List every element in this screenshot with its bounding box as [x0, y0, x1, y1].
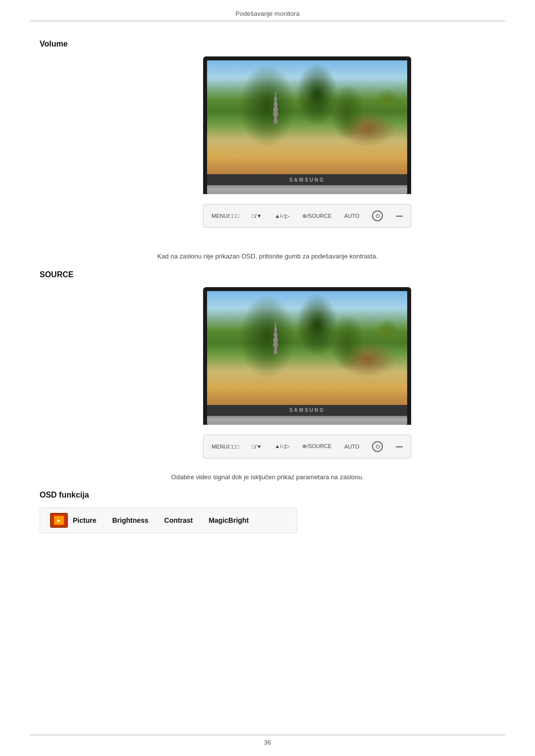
source-description: Odabire video signal dok je isključen pr…	[40, 472, 495, 482]
source-title: SOURCE	[40, 270, 495, 279]
page-number: 36	[264, 739, 271, 746]
source-monitor-block: SAMSUNG MENU/□□□ □/▼ ▲/◁▷ ⊕/SOURCE AUTO …	[119, 287, 495, 458]
osd-menu-bar: Picture Brightness Contrast MagicBright	[40, 507, 297, 533]
volume-controls-bar: MENU/□□□ □/▼ ▲/◁▷ ⊕/SOURCE AUTO ⏻ —	[203, 204, 411, 228]
osd-magicbright-label: MagicBright	[209, 516, 249, 524]
osd-contrast-label: Contrast	[164, 516, 193, 524]
source-brand-text: SAMSUNG	[289, 407, 325, 413]
osd-section: OSD funkcija Picture Brightness Contrast…	[40, 491, 495, 533]
volume-monitor-frame: SAMSUNG	[203, 56, 411, 194]
bottom-rule	[30, 735, 505, 735]
source-stand-bar	[207, 416, 407, 425]
osd-picture-item: Picture	[50, 513, 96, 528]
picture-icon-inner	[54, 516, 64, 525]
source-boxv-btn[interactable]: □/▼	[252, 444, 262, 450]
osd-title: OSD funkcija	[40, 491, 495, 500]
source-brand-bar: SAMSUNG	[207, 405, 407, 416]
page-header: Podešavanje monitora	[0, 10, 535, 17]
volume-boxv-btn[interactable]: □/▼	[252, 213, 262, 219]
osd-picture-label: Picture	[73, 516, 96, 524]
source-monitor-screen	[207, 291, 407, 405]
volume-brand-text: SAMSUNG	[289, 177, 325, 183]
source-menu-btn[interactable]: MENU/□□□	[212, 444, 239, 450]
volume-stand-bar	[207, 185, 407, 194]
source-section: Kad na zaslonu nije prikazan OSD, pritis…	[40, 252, 495, 482]
source-auto-btn[interactable]: AUTO	[344, 444, 359, 450]
source-power-btn[interactable]: ⏻	[372, 441, 383, 452]
volume-triangle-btn[interactable]: ▲/◁▷	[274, 213, 289, 219]
header-title: Podešavanje monitora	[235, 10, 299, 17]
source-dash: —	[396, 443, 403, 451]
volume-auto-btn[interactable]: AUTO	[344, 213, 359, 219]
volume-monitor-block: SAMSUNG MENU/□□□ □/▼ ▲/◁▷ ⊕/SOURCE AUTO …	[119, 56, 495, 228]
top-rule	[30, 21, 505, 21]
volume-menu-btn[interactable]: MENU/□□□	[212, 213, 239, 219]
volume-title: Volume	[40, 40, 495, 49]
volume-dash: —	[396, 212, 403, 220]
osd-brightness-label: Brightness	[112, 516, 148, 524]
source-triangle-btn[interactable]: ▲/◁▷	[274, 443, 289, 450]
volume-power-btn[interactable]: ⏻	[372, 210, 383, 221]
volume-source-btn[interactable]: ⊕/SOURCE	[302, 213, 331, 219]
volume-section: Volume SAMSUNG MENU/□□□ □/▼ ▲/◁▷ ⊕/SOURC…	[40, 40, 495, 228]
volume-brand-bar: SAMSUNG	[207, 174, 407, 185]
volume-description: Kad na zaslonu nije prikazan OSD, pritis…	[40, 252, 495, 261]
volume-monitor-screen	[207, 60, 407, 174]
source-source-btn[interactable]: ⊕/SOURCE	[302, 443, 331, 450]
picture-icon	[50, 513, 68, 528]
page-footer: 36	[0, 739, 535, 746]
source-monitor-frame: SAMSUNG	[203, 287, 411, 425]
source-controls-bar: MENU/□□□ □/▼ ▲/◁▷ ⊕/SOURCE AUTO ⏻ —	[203, 435, 411, 458]
